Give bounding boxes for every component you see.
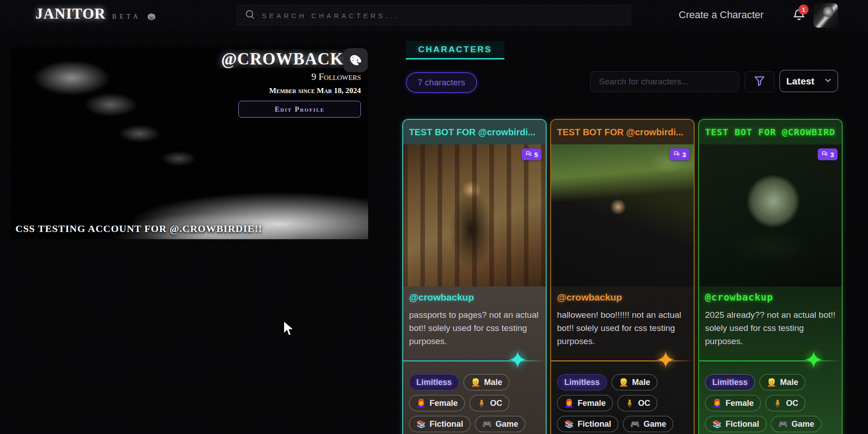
chevron-down-icon [824,76,833,87]
pumpkin-icon: 🎃 [147,12,156,20]
card-description: 2025 already?? not an actual bot!! solel… [705,308,836,348]
navbar: JANITOR BETA 🎃 Create a Character 1 [0,0,868,31]
fictional-emoji-icon: 📚 [712,419,722,429]
tab-characters[interactable]: CHARACTERS [406,41,504,59]
game-emoji-icon: 🎮 [778,419,788,429]
character-card[interactable]: TEST BOT FOR @CROWBIRDIE... 3 @crowbacku… [698,119,843,434]
tag-limitless[interactable]: Limitless [409,374,459,390]
tag-game[interactable]: 🎮Game [623,416,673,432]
card-divider: ✦ [403,360,546,361]
logo-group[interactable]: JANITOR BETA 🎃 [35,5,156,22]
chat-count-badge: 3 [818,148,838,160]
character-card[interactable]: TEST BOT FOR @crowbirdi... 3 @crowbackup… [550,119,695,434]
card-title: TEST BOT FOR @crowbirdi... [557,127,688,138]
theme-palette-button[interactable]: 🎨 [344,48,368,72]
user-avatar[interactable] [814,3,838,28]
card-image[interactable]: 3 [551,144,694,286]
tag-game[interactable]: 🎮Game [771,416,821,432]
game-emoji-icon: 🎮 [482,419,492,429]
sparkle-icon: ✦ [656,348,676,372]
character-search-input[interactable] [599,77,730,87]
edit-profile-button[interactable]: Edit Profile [238,101,361,118]
oc-emoji-icon: 🧍 [477,399,486,408]
tag-oc[interactable]: 🧍OC [469,395,509,411]
tag-list: Limitless 👱Male 👩‍🦰Female 🧍OC 📚Fictional… [705,374,836,434]
tag-list: Limitless 👱Male 👩‍🦰Female 🧍OC 📚Fictional… [409,374,540,434]
card-author[interactable]: @crowbackup [705,292,836,303]
chat-count-badge: 3 [670,148,690,160]
female-emoji-icon: 👩‍🦰 [712,399,722,408]
game-emoji-icon: 🎮 [630,419,640,429]
tag-fictional[interactable]: 📚Fictional [705,416,766,432]
card-description: halloween! boo!!!!!! not an actual bot!!… [557,308,688,348]
tag-oc[interactable]: 🧍OC [765,395,805,411]
tag-male[interactable]: 👱Male [760,374,805,390]
tag-male[interactable]: 👱Male [464,374,509,390]
chat-count-badge: 5 [522,148,542,160]
tag-fictional[interactable]: 📚Fictional [409,416,470,432]
card-divider: ✦ [699,360,842,361]
male-emoji-icon: 👱 [619,378,628,387]
sort-selected-value: Latest [786,76,814,87]
tag-limitless[interactable]: Limitless [705,374,755,390]
card-info: @crowbackup halloween! boo!!!!!! not an … [551,286,694,434]
chat-count: 3 [830,151,834,158]
chat-count: 3 [682,151,686,158]
beta-badge: BETA [112,13,141,20]
oc-emoji-icon: 🧍 [773,399,782,408]
notifications-button[interactable]: 1 [792,8,808,24]
card-image[interactable]: 3 [699,144,842,286]
fictional-emoji-icon: 📚 [564,419,574,429]
create-character-link[interactable]: Create a Character [679,9,764,21]
bell-icon [792,15,806,23]
character-card-grid: TEST BOT FOR @crowbirdi... 5 @crowbackup… [402,119,843,434]
global-search-input[interactable] [262,12,623,20]
oc-emoji-icon: 🧍 [625,399,634,408]
tag-limitless[interactable]: Limitless [557,374,607,390]
tag-female[interactable]: 👩‍🦰Female [557,395,613,411]
male-emoji-icon: 👱 [767,378,776,387]
male-emoji-icon: 👱 [471,378,480,387]
global-search-bar[interactable] [237,5,631,26]
card-title: TEST BOT FOR @CROWBIRDIE... [705,127,836,138]
card-header: TEST BOT FOR @crowbirdi... [403,120,546,144]
card-author[interactable]: @crowbackup [409,292,540,303]
tag-male[interactable]: 👱Male [612,374,657,390]
palette-icon: 🎨 [350,54,362,66]
tag-fictional[interactable]: 📚Fictional [557,416,618,432]
member-since: Member since Mar 18, 2024 [195,86,367,95]
card-info: @crowbackup passports to pages? not an a… [403,286,546,434]
tag-oc[interactable]: 🧍OC [617,395,657,411]
chat-count: 5 [534,151,538,158]
card-header: TEST BOT FOR @crowbirdi... [551,120,694,144]
notification-count-badge: 1 [799,5,809,15]
chat-icon [525,150,532,158]
tag-list: Limitless 👱Male 👩‍🦰Female 🧍OC 📚Fictional… [557,374,688,434]
chat-icon [673,150,680,158]
tag-game[interactable]: 🎮Game [475,416,525,432]
card-author[interactable]: @crowbackup [557,292,688,303]
card-description: passports to pages? not an actual bot!! … [409,308,540,348]
tag-female[interactable]: 👩‍🦰Female [409,395,465,411]
profile-info: @CROWBACKUP 9 Followers Member since Mar… [195,49,367,118]
filter-button[interactable] [745,71,774,92]
female-emoji-icon: 👩‍🦰 [416,399,426,408]
profile-caption: CSS TESTING ACCOUNT FOR @.CROWBIRDIE!! [15,223,262,235]
chat-icon [821,150,828,158]
sparkle-icon: ✦ [804,348,824,372]
card-info: @crowbackup 2025 already?? not an actual… [699,286,842,434]
app-logo[interactable]: JANITOR [35,5,106,22]
fictional-emoji-icon: 📚 [416,419,426,429]
funnel-icon [754,75,765,89]
female-emoji-icon: 👩‍🦰 [564,399,574,408]
sort-dropdown[interactable]: Latest [779,70,838,92]
card-header: TEST BOT FOR @CROWBIRDIE... [699,120,842,144]
character-card[interactable]: TEST BOT FOR @crowbirdi... 5 @crowbackup… [402,119,547,434]
sparkle-icon: ✦ [508,348,528,372]
mouse-cursor [282,320,296,339]
tag-female[interactable]: 👩‍🦰Female [705,395,761,411]
character-search-bar[interactable] [590,71,739,92]
card-image[interactable]: 5 [403,144,546,286]
card-divider: ✦ [551,360,694,361]
search-icon [245,9,256,22]
